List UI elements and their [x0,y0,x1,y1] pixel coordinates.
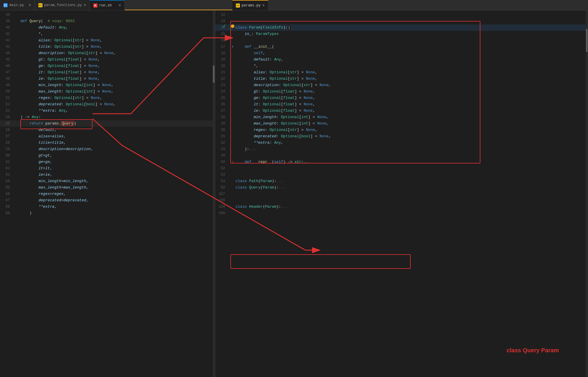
tab-params-py[interactable]: py params.py × [232,0,268,10]
right-code-line-32: 32 **extra: Any, [215,140,588,146]
right-code-line-52: 52 [215,165,588,172]
right-code-line-26: 26 lt: Optional[float] = None, [215,101,588,108]
code-line-49: 49 min_length: Optional[int] = None, [0,82,215,88]
code-line-67: 67 deprecated=deprecated, [0,197,215,204]
right-code-lines: 12 13 14 class Param(FieldInfo):| [215,10,588,216]
bottom-annotation-label: class Query Param [507,347,559,354]
right-code-line-18: 18 self, [215,50,588,56]
tab-run-sh[interactable]: ▶ run.sh × [90,0,125,10]
tab-params-py-close[interactable]: × [262,3,265,8]
code-line-51: 51 regex: Optional[str] = None, [0,95,215,101]
code-line-60: 60 gt=gt, [0,152,215,159]
right-code-line-19: 19 default: Any, [215,56,588,63]
code-line-65: 65 max_length=max_length, [0,184,215,191]
right-code-view: 12 13 14 class Param(FieldInfo):| [215,10,588,377]
tab-param-functions-py[interactable]: py param_functions.py × [35,0,90,10]
right-code-line-13: 13 [215,18,588,24]
right-code-line-128: 128 [215,197,588,204]
code-line-39: 39 def Query( # noqa: N802 [0,18,215,24]
code-line-64: 64 min_length=min_length, [0,178,215,184]
right-code-line-92: 92 class Query(Param):... [215,184,588,191]
right-code-line-50: 50 ↑ def __repr__(self) -> str:... [215,159,588,165]
right-code-line-53: 53 [215,172,588,178]
code-line-69: 69 ) [0,210,215,216]
gutter-dot-orange [231,24,234,28]
code-line-44: 44 description: Optional[str] = None, [0,50,215,56]
code-line-61: 61 ge=ge, [0,159,215,165]
right-code-line-129: 129 class Header(Param):... [215,204,588,210]
right-code-line-27: 27 le: Optional[float] = None, [215,108,588,114]
right-code-line-12: 12 [215,12,588,18]
code-line-68: 68 **extra, [0,204,215,210]
code-line-53: 53 **extra: Any, [0,108,215,114]
tab-main-py-close[interactable]: × [29,3,31,7]
right-code-line-29: 29 max_length: Optional[int] = None, [215,120,588,127]
tab-main-py-label: main.py [9,3,24,7]
right-editor-pane: ✓ 12 13 14 [215,10,588,377]
tab-bar: py main.py × py param_functions.py × ▶ r… [0,0,588,10]
right-scrollbar[interactable] [586,10,588,377]
right-code-line-20: 20 *, [215,63,588,69]
code-line-63: 63 le=le, [0,172,215,178]
right-code-line-23: 23 description: Optional[str] = None, [215,82,588,88]
code-line-54: 54 ) -> Any: [0,114,215,120]
right-code-line-16: 16 [215,37,588,44]
tab-params-py-label: params.py [242,3,261,8]
code-line-48: 48 le: Optional[float] = None, [0,76,215,82]
right-code-line-127: 127 [215,191,588,197]
right-code-line-28: 28 min_length: Optional[int] = None, [215,114,588,120]
code-line-45: 45 gt: Optional[float] = None, [0,56,215,63]
right-code-line-31: 31 deprecated: Optional[bool] = None, [215,133,588,140]
right-code-line-30: 30 regex: Optional[str] = None, [215,127,588,133]
tab-run-sh-close[interactable]: × [119,3,121,8]
code-line-38: 38 [0,12,215,18]
tab-param-functions-py-close[interactable]: × [84,3,86,7]
right-code-line-21: 21 alias: Optional[str] = None, [215,69,588,76]
code-line-58: 58 title=title, [0,140,215,146]
code-line-40: 40 default: Any, [0,24,215,31]
right-code-line-25: 25 ge: Optional[float] = None, [215,95,588,101]
right-code-line-17: 17 ⬇ def __init__( [215,44,588,50]
code-line-62: 62 lt=lt, [0,165,215,172]
right-code-line-24: 24 gt: Optional[float] = None, [215,88,588,95]
right-code-line-22: 22 title: Optional[str] = None, [215,76,588,82]
left-editor-pane: 38 39 def Query( # noqa: N802 40 default… [0,10,215,377]
tab-main-py[interactable]: py main.py × [0,0,35,10]
code-line-52: 52 deprecated: Optional[bool] = None, [0,101,215,108]
tab-param-functions-py-label: param_functions.py [44,3,82,7]
code-line-46: 46 ge: Optional[float] = None, [0,63,215,69]
left-code-lines: 38 39 def Query( # noqa: N802 40 default… [0,10,215,216]
code-line-47: 47 lt: Optional[float] = None, [0,69,215,76]
right-code-line-33: 33 ):... [215,146,588,152]
python-icon: py [3,3,8,7]
right-code-line-49: 49 [215,152,588,159]
left-code-view: 38 39 def Query( # noqa: N802 40 default… [0,10,215,377]
right-code-line-15: 15 in_: ParamTypes [215,31,588,37]
code-line-56: 56 default, [0,127,215,133]
code-line-43: 43 title: Optional[str] = None, [0,44,215,50]
tab-run-sh-label: run.sh [99,3,112,8]
right-code-line-54: 54 class Path(Param):... [215,178,588,184]
code-line-41: 41 *, [0,31,215,37]
code-line-59: 59 description=description, [0,146,215,152]
python-icon-2: py [38,3,42,7]
right-code-line-166: 166 [215,210,588,216]
code-line-42: 42 alias: Optional[str] = None, [0,37,215,44]
left-scrollbar[interactable] [213,10,215,377]
right-code-line-14: 14 class Param(FieldInfo):| [215,24,588,31]
editor-area: 38 39 def Query( # noqa: N802 40 default… [0,10,588,377]
python-icon-3: py [236,3,240,8]
code-line-57: 57 alias=alias, [0,133,215,140]
code-line-66: 66 regex=regex, [0,191,215,197]
sh-icon: ▶ [93,3,97,8]
code-line-55: 55 return params.Query( [0,120,215,127]
code-line-50: 50 max_length: Optional[int] = None, [0,88,215,95]
